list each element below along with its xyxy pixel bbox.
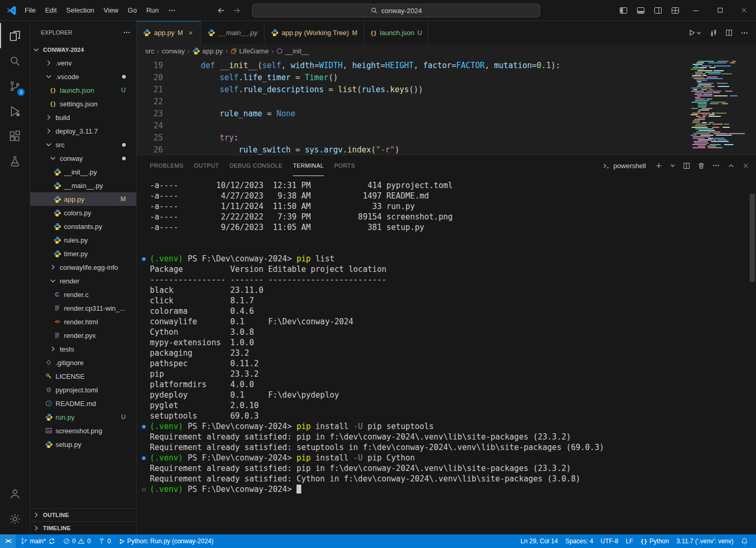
terminal[interactable]: -a---- 10/12/2023 12:31 PM 414 pyproject…: [137, 176, 756, 534]
notifications-bell[interactable]: [737, 534, 752, 548]
file-pyproject.toml[interactable]: pyproject.toml: [30, 383, 136, 397]
toggle-secondary-sidebar-icon[interactable]: [649, 0, 666, 20]
command-decoration-icon[interactable]: [142, 456, 146, 460]
command-decoration-icon[interactable]: [142, 425, 146, 429]
panel-more-actions-icon[interactable]: [712, 161, 720, 170]
folder-deploy_3.11.7[interactable]: deploy_3.11.7: [30, 124, 136, 138]
kill-terminal-icon[interactable]: [697, 162, 705, 170]
maximize-button[interactable]: [708, 0, 732, 20]
activity-testing[interactable]: [0, 149, 30, 174]
command-decoration-icon[interactable]: [142, 488, 146, 491]
split-terminal-icon[interactable]: [683, 162, 691, 170]
breadcrumb-item-src[interactable]: src: [145, 47, 154, 55]
file-render.c[interactable]: Crender.c: [30, 288, 136, 301]
close-icon[interactable]: [187, 29, 194, 37]
debug-launch-config[interactable]: Python: Run.py (conway-2024): [115, 534, 217, 548]
ports-indicator[interactable]: 0: [94, 534, 115, 548]
encoding-setting[interactable]: UTF-8: [597, 534, 622, 548]
folder-render[interactable]: render: [30, 274, 136, 288]
folder-conway[interactable]: conway: [30, 151, 136, 165]
folder-.vscode[interactable]: .vscode: [30, 70, 136, 83]
settings-button[interactable]: [0, 506, 30, 531]
file-render.cp311-win_...[interactable]: render.cp311-win_...: [30, 301, 136, 315]
file-render.pyx[interactable]: render.pyx: [30, 328, 136, 342]
eol-setting[interactable]: LF: [622, 534, 637, 548]
cursor-position[interactable]: Ln 29, Col 14: [517, 534, 562, 548]
tab-app.py (Working Tree)[interactable]: app.py (Working Tree)M: [265, 21, 364, 45]
terminal-scrollbar[interactable]: [750, 194, 755, 282]
menu-edit[interactable]: Edit: [40, 4, 61, 16]
panel-tab-debug-console[interactable]: DEBUG CONSOLE: [229, 156, 282, 176]
menu-go[interactable]: Go: [123, 4, 141, 16]
activity-run-debug[interactable]: [0, 98, 30, 124]
menu-file[interactable]: File: [20, 4, 40, 16]
chevron-down-icon[interactable]: [696, 30, 702, 36]
branch-indicator[interactable]: main*: [17, 534, 59, 548]
file-setup.py[interactable]: setup.py: [30, 437, 136, 451]
explorer-more-actions-icon[interactable]: [123, 28, 131, 37]
activity-search[interactable]: [0, 48, 30, 73]
folder-tests[interactable]: tests: [30, 342, 136, 356]
breadcrumb-item-app.py[interactable]: app.py: [192, 47, 223, 55]
file-run.py[interactable]: run.pyU: [30, 410, 136, 424]
command-center[interactable]: conway-2024: [252, 4, 540, 17]
close-button[interactable]: [732, 0, 756, 20]
problems-indicator[interactable]: 0 0: [59, 534, 94, 548]
customize-layout-icon[interactable]: [666, 0, 684, 20]
file-screenshot.png[interactable]: screenshot.png: [30, 424, 136, 437]
file-launch.json[interactable]: {}launch.jsonU: [30, 83, 136, 97]
project-root-header[interactable]: CONWAY-2024: [30, 43, 136, 56]
file-README.md[interactable]: README.md: [30, 397, 136, 410]
account-button[interactable]: [0, 481, 30, 506]
file-colors.py[interactable]: colors.py: [30, 206, 136, 220]
file-constants.py[interactable]: constants.py: [30, 220, 136, 233]
outline-section[interactable]: OUTLINE: [30, 508, 136, 521]
new-terminal-button[interactable]: [655, 162, 663, 170]
panel-tab-ports[interactable]: PORTS: [334, 156, 355, 176]
more-actions-icon[interactable]: [740, 29, 749, 37]
terminal-instance-powershell[interactable]: powershell: [602, 162, 646, 170]
command-decoration-icon[interactable]: [142, 257, 146, 261]
file-timer.py[interactable]: timer.py: [30, 247, 136, 260]
breadcrumb-item-conway[interactable]: conway: [162, 47, 185, 55]
menu-run[interactable]: Run: [141, 4, 163, 16]
run-python-file-button[interactable]: [688, 29, 702, 37]
folder-build[interactable]: build: [30, 111, 136, 124]
toggle-panel-icon[interactable]: [632, 0, 649, 20]
tab-app.py[interactable]: app.pyM: [137, 21, 201, 45]
remote-indicator[interactable]: ><: [0, 534, 16, 548]
file-app.py[interactable]: app.pyM: [30, 192, 136, 206]
file-render.html[interactable]: <>render.html: [30, 315, 136, 328]
toggle-primary-sidebar-icon[interactable]: [615, 0, 632, 20]
terminal-profile-dropdown-icon[interactable]: [670, 162, 676, 169]
tab-__main__.py[interactable]: __main__.py: [201, 21, 264, 45]
menu-view[interactable]: View: [99, 4, 123, 16]
activity-extensions[interactable]: [0, 124, 30, 149]
folder-.venv[interactable]: .venv: [30, 56, 136, 70]
file-__init__.py[interactable]: __init__.py: [30, 165, 136, 179]
folder-src[interactable]: src: [30, 138, 136, 151]
tab-launch.json[interactable]: {}launch.jsonU: [364, 21, 429, 45]
menu-selection[interactable]: Selection: [61, 4, 98, 16]
file-LICENSE[interactable]: LICENSE: [30, 369, 136, 383]
folder-conwaylife.egg-info[interactable]: conwaylife.egg-info: [30, 260, 136, 274]
activity-explorer[interactable]: [0, 23, 30, 48]
file-.gitignore[interactable]: .gitignore: [30, 356, 136, 369]
minimize-button[interactable]: [684, 0, 708, 20]
file-__main__.py[interactable]: __main__.py: [30, 179, 136, 192]
back-button[interactable]: [217, 6, 225, 15]
file-rules.py[interactable]: rules.py: [30, 233, 136, 247]
file-settings.json[interactable]: {}settings.json: [30, 97, 136, 111]
code-editor[interactable]: 19 def __init__(self, width=WIDTH, heigh…: [137, 58, 756, 155]
menubar-more-icon[interactable]: [163, 4, 180, 17]
indentation-setting[interactable]: Spaces: 4: [562, 534, 597, 548]
timeline-section[interactable]: TIMELINE: [30, 521, 136, 534]
split-editor-icon[interactable]: [725, 29, 733, 37]
breadcrumb-item-__init__[interactable]: __init__: [276, 47, 309, 55]
open-changes-icon[interactable]: [709, 29, 718, 37]
panel-tab-terminal[interactable]: TERMINAL: [293, 156, 324, 176]
forward-button[interactable]: [233, 6, 241, 15]
breadcrumb-item-LifeGame[interactable]: LifeGame: [231, 47, 269, 55]
python-interpreter[interactable]: 3.11.7 ('.venv': venv): [673, 534, 737, 548]
close-panel-icon[interactable]: [742, 162, 750, 170]
